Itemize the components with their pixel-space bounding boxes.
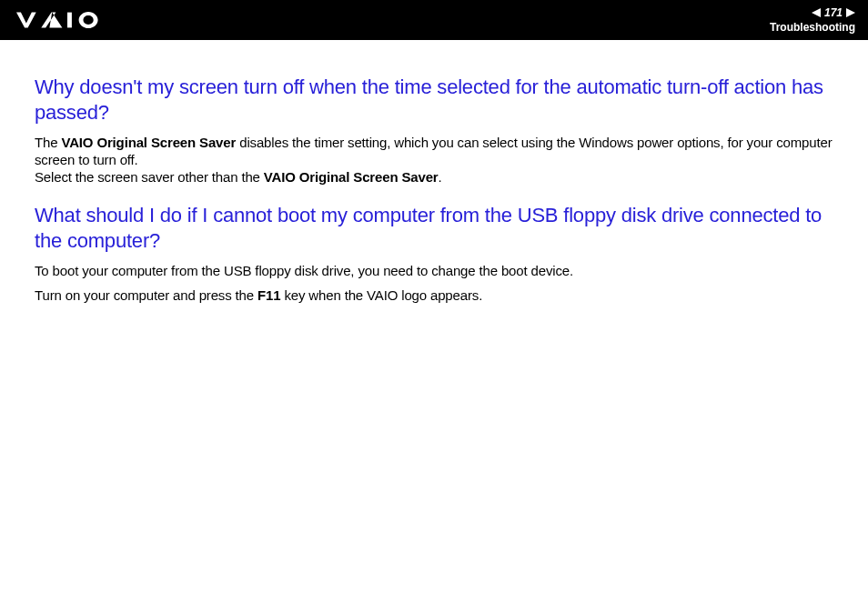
faq-answer-para: The VAIO Original Screen Saver disables … [35, 135, 835, 186]
faq-section: Why doesn't my screen turn off when the … [35, 75, 835, 186]
text-run: Turn on your computer and press the [35, 287, 257, 303]
page-content: Why doesn't my screen turn off when the … [0, 40, 868, 322]
vaio-logo [16, 0, 106, 40]
nav-prev-icon[interactable] [812, 8, 821, 17]
header-right: 171 Troubleshooting [770, 6, 855, 34]
page-number: 171 [824, 6, 843, 19]
page-header: 171 Troubleshooting [0, 0, 868, 40]
nav-next-icon[interactable] [846, 8, 855, 17]
section-label: Troubleshooting [770, 21, 855, 34]
svg-rect-0 [67, 13, 72, 28]
faq-question: What should I do if I cannot boot my com… [35, 203, 835, 254]
text-bold: VAIO Original Screen Saver [264, 169, 439, 185]
faq-question: Why doesn't my screen turn off when the … [35, 75, 835, 126]
text-run: . [439, 169, 442, 185]
text-run: The [35, 135, 61, 150]
text-bold: F11 [257, 287, 280, 303]
text-run: Select the screen saver other than the [35, 169, 264, 185]
text-bold: VAIO Original Screen Saver [61, 135, 236, 150]
faq-answer-para: To boot your computer from the USB flopp… [35, 263, 835, 280]
faq-answer-para: Turn on your computer and press the F11 … [35, 287, 835, 305]
text-run: key when the VAIO logo appears. [280, 287, 482, 303]
page-nav: 171 [812, 6, 855, 19]
faq-section: What should I do if I cannot boot my com… [35, 203, 835, 305]
